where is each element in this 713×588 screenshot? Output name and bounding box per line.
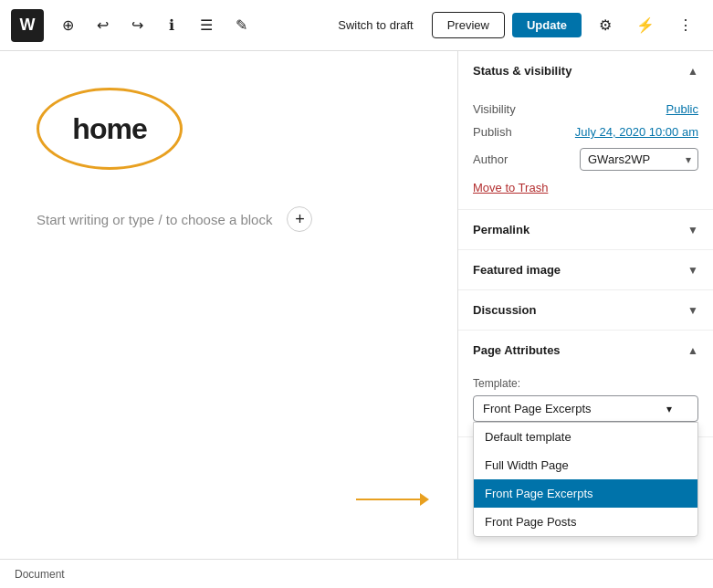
bottom-bar: Document (0, 559, 713, 588)
main-area: home Start writing or type / to choose a… (0, 51, 713, 559)
toolbar-icons: ⊕ ↩ ↪ ℹ ☰ ✎ (51, 9, 257, 42)
add-block-toolbar-button[interactable]: ⊕ (51, 9, 84, 42)
permalink-header[interactable]: Permalink ▼ (458, 210, 713, 249)
author-row: Author GWars2WP (473, 143, 698, 175)
publish-label: Publish (473, 125, 512, 139)
lightning-button[interactable]: ⚡ (629, 9, 662, 42)
template-label: Template: (473, 377, 698, 390)
bottom-bar-label: Document (15, 568, 65, 581)
undo-button[interactable]: ↩ (86, 9, 119, 42)
permalink-section: Permalink ▼ (458, 210, 713, 250)
home-logo-text: home (72, 112, 146, 146)
editor-placeholder-row: Start writing or type / to choose a bloc… (37, 206, 312, 232)
publish-value[interactable]: July 24, 2020 10:00 am (575, 125, 698, 139)
visibility-row: Visibility Public (473, 98, 698, 121)
arrow-head-icon (420, 493, 429, 506)
status-visibility-content: Visibility Public Publish July 24, 2020 … (458, 90, 713, 209)
permalink-title: Permalink (473, 223, 530, 236)
arrow-line (356, 499, 420, 500)
page-attributes-chevron-icon: ▲ (687, 344, 698, 357)
editor-placeholder: Start writing or type / to choose a bloc… (37, 212, 272, 227)
visibility-label: Visibility (473, 102, 516, 116)
update-button[interactable]: Update (512, 13, 582, 37)
template-option-front-page-excerpts[interactable]: Front Page Excerpts (474, 479, 697, 508)
template-option-full-width[interactable]: Full Width Page (474, 451, 697, 479)
page-attributes-content: Template: Front Page Excerpts ▾ Default … (458, 370, 713, 436)
more-options-button[interactable]: ⋮ (669, 9, 702, 42)
arrow-indicator (356, 493, 429, 506)
page-attributes-header[interactable]: Page Attributes ▲ (458, 331, 713, 370)
info-button[interactable]: ℹ (155, 9, 188, 42)
template-select-display[interactable]: Front Page Excerpts ▾ (473, 395, 698, 422)
editor-area: home Start writing or type / to choose a… (0, 51, 457, 559)
featured-image-chevron-icon: ▼ (687, 264, 698, 277)
author-select-wrapper: GWars2WP (580, 148, 698, 171)
template-option-default[interactable]: Default template (474, 423, 697, 451)
status-visibility-chevron-icon: ▲ (687, 65, 698, 78)
discussion-title: Discussion (473, 303, 536, 317)
discussion-header[interactable]: Discussion ▼ (458, 290, 713, 330)
template-chevron-down-icon: ▾ (666, 403, 672, 415)
template-select-wrapper: Front Page Excerpts ▾ Default template F… (473, 395, 698, 422)
preview-button[interactable]: Preview (432, 12, 505, 38)
template-option-front-page-posts[interactable]: Front Page Posts (474, 508, 697, 536)
page-attributes-title: Page Attributes (473, 343, 561, 357)
featured-image-title: Featured image (473, 263, 561, 277)
add-block-inline-button[interactable]: + (287, 206, 312, 232)
redo-button[interactable]: ↪ (121, 9, 153, 42)
wp-logo-icon[interactable]: W (11, 9, 44, 42)
author-label: Author (473, 152, 508, 166)
author-select[interactable]: GWars2WP (580, 148, 698, 171)
page-attributes-section: Page Attributes ▲ Template: Front Page E… (458, 331, 713, 437)
move-to-trash-link[interactable]: Move to Trash (473, 181, 548, 194)
toolbar: W ⊕ ↩ ↪ ℹ ☰ ✎ Switch to draft Preview Up… (0, 0, 713, 51)
permalink-chevron-icon: ▼ (687, 224, 698, 236)
discussion-section: Discussion ▼ (458, 290, 713, 331)
featured-image-section: Featured image ▼ (458, 250, 713, 290)
status-visibility-section: Status & visibility ▲ Visibility Public … (458, 51, 713, 210)
status-visibility-title: Status & visibility (473, 64, 571, 78)
home-logo-block: home (37, 88, 183, 170)
visibility-value[interactable]: Public (666, 102, 698, 116)
sidebar: Status & visibility ▲ Visibility Public … (457, 51, 713, 559)
switch-to-draft-button[interactable]: Switch to draft (327, 13, 424, 37)
template-selected-value: Front Page Excerpts (483, 402, 592, 415)
list-view-button[interactable]: ☰ (190, 9, 223, 42)
template-dropdown: Default template Full Width Page Front P… (473, 422, 698, 537)
edit-button[interactable]: ✎ (225, 9, 257, 42)
featured-image-header[interactable]: Featured image ▼ (458, 250, 713, 289)
discussion-chevron-icon: ▼ (687, 304, 698, 317)
settings-button[interactable]: ⚙ (589, 9, 622, 42)
status-visibility-header[interactable]: Status & visibility ▲ (458, 51, 713, 90)
publish-row: Publish July 24, 2020 10:00 am (473, 121, 698, 143)
